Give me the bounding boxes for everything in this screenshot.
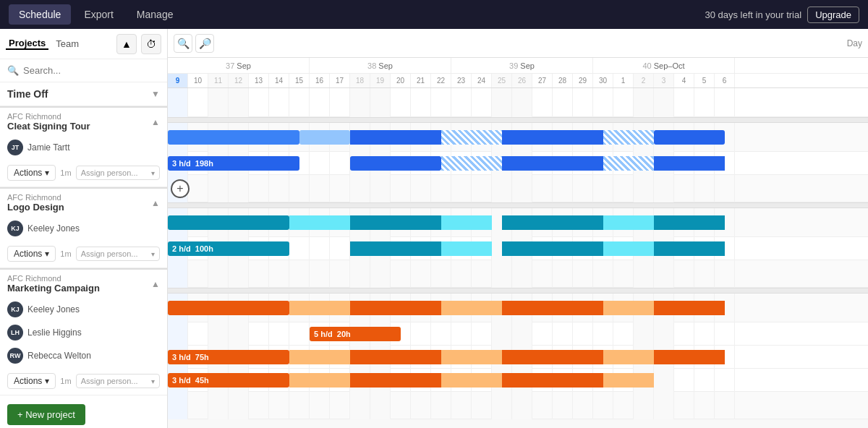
- day-col: [168, 260, 188, 288]
- assign-chevron-marketing: ▾: [151, 377, 155, 385]
- timeoff-collapse-btn[interactable]: ▼: [151, 89, 160, 99]
- day-col: [330, 88, 350, 117]
- zoom-out-btn[interactable]: 🔎: [195, 34, 214, 53]
- day-col: [188, 392, 208, 419]
- day-col: [289, 392, 310, 419]
- upgrade-button[interactable]: Upgrade: [807, 7, 859, 23]
- cleat-collapse-btn[interactable]: ▲: [151, 117, 160, 127]
- person-info-keeley-mkt: KJ Keeley Jones: [7, 301, 80, 317]
- clock-icon-btn[interactable]: ⏱: [141, 34, 161, 54]
- day-col: [229, 392, 249, 419]
- day-col: [269, 392, 289, 419]
- actions-chevron-cleat: ▾: [45, 168, 49, 178]
- day-col: [634, 260, 654, 288]
- logo-collapse-btn[interactable]: ▲: [151, 198, 160, 208]
- assign-select-marketing[interactable]: Assign person... ▾: [76, 374, 160, 388]
- search-input[interactable]: [23, 65, 160, 76]
- day-col: [694, 369, 715, 392]
- day-col: [634, 175, 654, 202]
- day-cell: 23: [451, 74, 472, 87]
- mkt-bar-3: [350, 301, 441, 315]
- tab-team[interactable]: Team: [53, 38, 82, 49]
- person-name-leslie: Leslie Higgins: [27, 328, 82, 338]
- nav-tab-export[interactable]: Export: [74, 4, 123, 25]
- day-col: [269, 175, 289, 202]
- cleat-bar-1: [168, 130, 299, 145]
- day-col: [391, 88, 411, 117]
- day-col: [310, 152, 330, 175]
- leslie-bar-7: [654, 350, 725, 364]
- logo-bar-5: [502, 215, 603, 230]
- day-col: [370, 88, 391, 117]
- person-row-leslie: LH Leslie Higgins: [0, 321, 167, 344]
- tab-projects[interactable]: Projects: [6, 38, 48, 50]
- keeley-logo-bar-5: [603, 241, 654, 256]
- collapse-icon-btn[interactable]: ▲: [116, 34, 137, 54]
- day-col: [654, 392, 674, 419]
- day-col: [573, 322, 593, 346]
- jamie-bar-6: [654, 156, 725, 171]
- day-col: [168, 88, 188, 117]
- cleat-bar-5: [502, 130, 603, 145]
- logo-bar-7: [654, 215, 725, 230]
- person-name-keeley-logo: Keeley Jones: [27, 223, 80, 234]
- new-project-button[interactable]: + New project: [7, 404, 85, 425]
- nav-tab-schedule[interactable]: Schedule: [9, 4, 71, 25]
- day-cell: 12: [229, 74, 249, 87]
- timeoff-row: Time Off ▼: [0, 82, 167, 106]
- day-bg: [168, 260, 735, 288]
- cleat-bar-4: [441, 130, 502, 145]
- assign-select-cleat[interactable]: Assign person... ▾: [76, 166, 160, 180]
- mkt-bar-4: [441, 301, 502, 315]
- search-box: 🔍: [0, 59, 167, 82]
- day-col: [330, 237, 350, 260]
- day-col: [715, 322, 735, 346]
- day-col: [451, 322, 472, 346]
- add-person-btn-cleat[interactable]: +: [171, 179, 190, 198]
- timeoff-gantt-row: [168, 88, 868, 117]
- actions-button-logo[interactable]: Actions ▾: [7, 246, 56, 262]
- day-col: [249, 175, 269, 202]
- assign-chevron-cleat: ▾: [151, 169, 155, 177]
- actions-gantt-logo: [168, 260, 868, 288]
- day-col: [593, 88, 613, 117]
- project-section-marketing: AFC Richmond Marketing Campaign ▲ KJ Kee…: [0, 270, 167, 395]
- logo-header-gantt: [168, 208, 868, 237]
- num-badge-logo: 1m: [60, 249, 71, 258]
- project-client-marketing: AFC Richmond: [7, 274, 100, 283]
- day-col: [451, 392, 472, 419]
- day-col: [431, 392, 451, 419]
- rebecca-gantt-row: 3 h/d 45h: [168, 369, 868, 392]
- day-col: [249, 392, 269, 419]
- day-col: [472, 392, 492, 419]
- rebecca-bar-1: 3 h/d 45h: [168, 373, 289, 388]
- mkt-bar-7: [654, 301, 725, 315]
- marketing-collapse-btn[interactable]: ▲: [151, 279, 160, 289]
- zoom-in-btn[interactable]: 🔍: [174, 34, 192, 53]
- day-col: [249, 260, 269, 288]
- assign-select-logo[interactable]: Assign person... ▾: [76, 247, 160, 261]
- day-col: [674, 260, 694, 288]
- nav-tab-manage[interactable]: Manage: [127, 4, 184, 25]
- sidebar: Projects Team ▲ ⏱ 🔍 Time Off ▼: [0, 29, 168, 428]
- day-col: [694, 392, 715, 419]
- project-header-logo: AFC Richmond Logo Design ▲: [0, 189, 167, 217]
- leslie-bar-2: [289, 350, 350, 364]
- day-col: [593, 392, 613, 419]
- day-col: [229, 322, 249, 346]
- day-col: [289, 260, 310, 288]
- actions-button-marketing[interactable]: Actions ▾: [7, 373, 56, 389]
- project-section-logo: AFC Richmond Logo Design ▲ KJ Keeley Jon…: [0, 189, 167, 268]
- week-cell: 39 Sep: [451, 58, 593, 73]
- actions-button-cleat[interactable]: Actions ▾: [7, 165, 56, 181]
- day-col: [512, 392, 532, 419]
- day-col: [411, 322, 431, 346]
- keeley-logo-gantt-row: 2 h/d 100h: [168, 237, 868, 260]
- day-col: [613, 260, 634, 288]
- assign-placeholder-logo: Assign person...: [81, 249, 138, 258]
- day-col: [411, 175, 431, 202]
- day-col: [411, 392, 431, 419]
- day-col: [208, 175, 229, 202]
- avatar-keeley-mkt: KJ: [7, 301, 23, 317]
- day-col: [472, 88, 492, 117]
